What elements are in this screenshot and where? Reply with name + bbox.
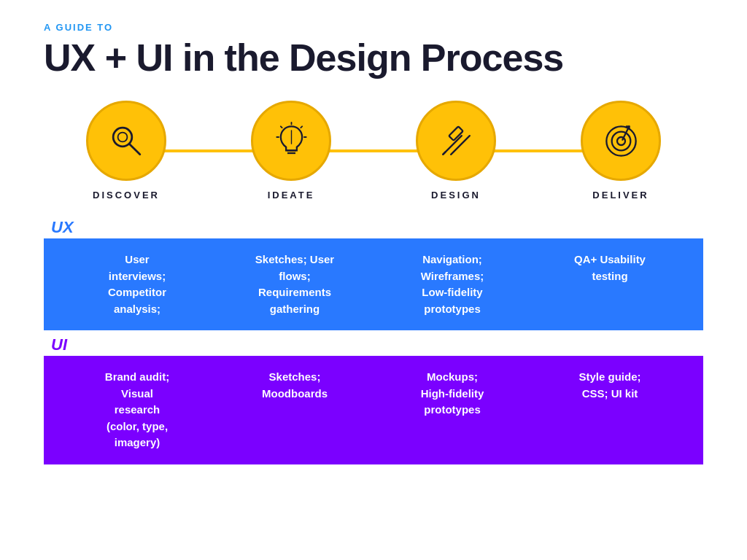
ideate-label: IDEATE xyxy=(268,190,315,201)
ui-cell-3: Style guide; CSS; UI kit xyxy=(531,369,689,451)
design-circle xyxy=(416,101,496,181)
ui-label-bar: UI xyxy=(44,332,703,356)
search-icon xyxy=(107,121,147,161)
ux-label-bar: UX xyxy=(44,215,703,238)
svg-point-19 xyxy=(611,131,630,150)
ui-cell-0: Brand audit; Visual research (color, typ… xyxy=(58,369,216,451)
svg-rect-12 xyxy=(449,126,462,140)
step-deliver: DELIVER xyxy=(555,101,686,201)
ux-cell-3: QA+ Usability testing xyxy=(531,252,689,317)
page: A GUIDE TO UX + UI in the Design Process… xyxy=(0,0,747,560)
svg-line-7 xyxy=(301,126,302,128)
svg-line-6 xyxy=(280,126,282,128)
svg-line-13 xyxy=(443,152,446,155)
target-icon xyxy=(601,121,641,161)
ux-content: User interviews; Competitor analysis; Sk… xyxy=(44,238,703,330)
subtitle: A GUIDE TO xyxy=(44,22,703,33)
ux-section: UX User interviews; Competitor analysis;… xyxy=(44,215,703,330)
process-row: DISCOVER IDEATE xyxy=(44,93,703,208)
ideate-circle xyxy=(251,101,331,181)
pencil-ruler-icon xyxy=(436,121,476,161)
design-label: DESIGN xyxy=(431,190,481,201)
deliver-circle xyxy=(581,101,661,181)
ui-cell-2: Mockups; High-fidelity prototypes xyxy=(374,369,531,451)
ui-content: Brand audit; Visual research (color, typ… xyxy=(44,356,703,464)
ui-section: UI Brand audit; Visual research (color, … xyxy=(44,332,703,464)
step-design: DESIGN xyxy=(390,101,522,201)
lightbulb-icon xyxy=(271,121,311,161)
svg-line-1 xyxy=(129,144,140,155)
ux-cell-1: Sketches; User flows; Requirements gathe… xyxy=(216,252,374,317)
svg-line-21 xyxy=(622,126,629,139)
ui-cell-1: Sketches; Moodboards xyxy=(216,369,374,451)
ux-label: UX xyxy=(51,218,74,236)
ux-cell-0: User interviews; Competitor analysis; xyxy=(58,252,216,317)
deliver-label: DELIVER xyxy=(592,190,649,201)
discover-circle xyxy=(86,101,166,181)
svg-point-18 xyxy=(606,126,635,155)
svg-point-2 xyxy=(117,132,127,141)
step-ideate: IDEATE xyxy=(225,101,357,201)
discover-label: DISCOVER xyxy=(93,190,160,201)
step-discover: DISCOVER xyxy=(61,101,192,201)
main-title: UX + UI in the Design Process xyxy=(44,37,703,79)
ux-cell-2: Navigation; Wireframes; Low-fidelity pro… xyxy=(374,252,531,317)
ui-label: UI xyxy=(51,335,67,354)
